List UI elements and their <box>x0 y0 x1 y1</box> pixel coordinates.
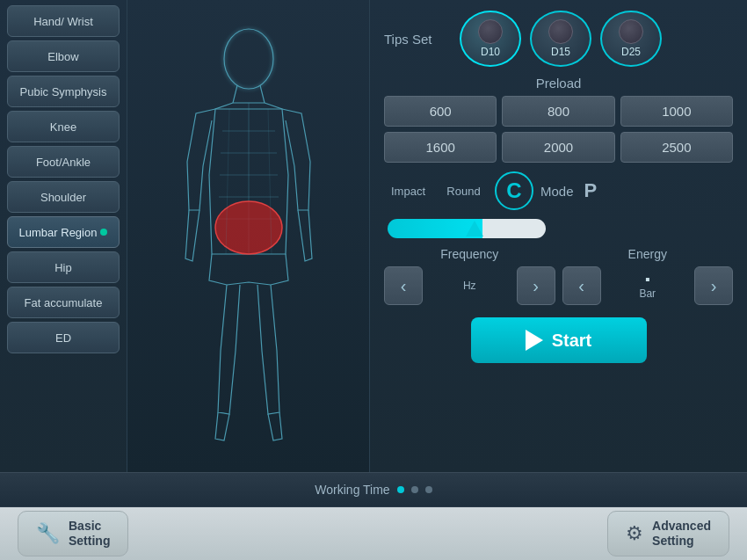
preload-section: Preload 600 800 1000 1600 2000 2500 <box>384 76 733 163</box>
tip-icon-d10 <box>478 19 503 44</box>
svg-line-1 <box>233 85 237 103</box>
working-time-dot-1 <box>397 486 404 493</box>
frequency-right-arrow-icon: › <box>533 276 539 296</box>
preload-grid: 600 800 1000 1600 2000 2500 <box>384 96 733 163</box>
tip-label-d10: D10 <box>481 46 500 58</box>
working-time-bar: Working Time <box>0 472 747 507</box>
start-row: Start <box>384 314 733 367</box>
sidebar-item-lumbar-region[interactable]: Lumbar Region <box>7 216 120 248</box>
sidebar-item-pubic-symphysis[interactable]: Pubic Symphysis <box>7 76 120 107</box>
energy-unit: Bar <box>639 287 656 300</box>
energy-controls: ‹ ▪ Bar › <box>562 266 734 305</box>
advanced-setting-button[interactable]: ⚙ Advanced Setting <box>607 511 729 556</box>
mode-c-button[interactable]: C <box>495 171 533 210</box>
frequency-left-arrow-icon: ‹ <box>401 276 407 296</box>
working-time-label: Working Time <box>315 483 389 497</box>
preload-800[interactable]: 800 <box>502 96 614 127</box>
advanced-setting-label: Advanced Setting <box>652 519 711 549</box>
mode-slider[interactable] <box>388 219 546 238</box>
frequency-decrease-button[interactable]: ‹ <box>384 266 423 305</box>
svg-point-0 <box>224 29 273 89</box>
body-area <box>127 0 369 472</box>
tip-btn-d15[interactable]: D15 <box>530 11 591 67</box>
frequency-section: Frequency ‹ Hz › <box>384 247 555 305</box>
sidebar-item-fat-accumulate[interactable]: Fat accumulate <box>7 287 120 318</box>
preload-2000[interactable]: 2000 <box>502 132 614 163</box>
energy-left-arrow-icon: ‹ <box>578 276 584 296</box>
tip-icon-d25 <box>619 19 643 44</box>
gear-icon: ⚙ <box>626 522 643 545</box>
mode-row: Impact Round C Mode P <box>384 171 733 210</box>
start-label: Start <box>552 331 592 351</box>
preload-1000[interactable]: 1000 <box>620 96 733 127</box>
main-content: Hand/ WristElbowPubic SymphysisKneeFoot/… <box>0 0 747 472</box>
tip-btn-d25[interactable]: D25 <box>600 11 662 67</box>
svg-line-2 <box>260 85 265 103</box>
tip-label-d15: D15 <box>551 46 570 58</box>
sidebar: Hand/ WristElbowPubic SymphysisKneeFoot/… <box>0 0 127 472</box>
preload-600[interactable]: 600 <box>384 96 497 127</box>
working-time-dot-3 <box>425 486 432 493</box>
start-triangle-icon <box>526 330 543 351</box>
bottom-bar: 🔧 Basic Setting ⚙ Advanced Setting <box>0 507 747 560</box>
start-button[interactable]: Start <box>471 317 647 363</box>
energy-label: Energy <box>562 247 734 261</box>
preload-label: Preload <box>384 76 733 91</box>
slider-row <box>384 219 733 238</box>
frequency-unit: Hz <box>463 280 476 292</box>
active-dot-indicator <box>100 229 107 236</box>
sidebar-item-elbow[interactable]: Elbow <box>7 40 120 72</box>
mode-c-icon: C <box>506 178 521 203</box>
right-panel: Tips Set D10 D15 D25 Preload <box>369 0 747 472</box>
sidebar-item-knee[interactable]: Knee <box>7 111 120 142</box>
freq-energy-row: Frequency ‹ Hz › Energy <box>384 247 733 305</box>
frequency-value-area: Hz <box>428 280 511 292</box>
mode-label: Mode <box>540 184 574 199</box>
wrench-icon: 🔧 <box>36 522 60 545</box>
energy-decrease-button[interactable]: ‹ <box>562 266 601 305</box>
energy-section: Energy ‹ ▪ Bar › <box>562 247 734 305</box>
tip-btn-d10[interactable]: D10 <box>460 11 521 67</box>
energy-value-area: ▪ Bar <box>606 272 690 300</box>
working-time-dot-2 <box>411 486 418 493</box>
tip-icon-d15 <box>548 19 573 44</box>
tip-label-d25: D25 <box>621 46 641 58</box>
preload-1600[interactable]: 1600 <box>384 132 497 163</box>
slider-thumb <box>466 221 483 236</box>
sidebar-item-foot-ankle[interactable]: Foot/Ankle <box>7 146 120 178</box>
basic-setting-label: Basic Setting <box>69 519 110 549</box>
mode-p-label: P <box>584 179 598 202</box>
sidebar-item-ed[interactable]: ED <box>7 322 120 353</box>
tips-set-row: Tips Set D10 D15 D25 <box>384 11 733 67</box>
frequency-label: Frequency <box>384 247 555 261</box>
energy-increase-button[interactable]: › <box>694 266 733 305</box>
tips-buttons: D10 D15 D25 <box>460 11 662 67</box>
preload-2500[interactable]: 2500 <box>620 132 733 163</box>
tips-set-label: Tips Set <box>384 32 446 47</box>
frequency-increase-button[interactable]: › <box>517 266 555 305</box>
impact-label: Impact <box>384 185 432 198</box>
frequency-controls: ‹ Hz › <box>384 266 555 305</box>
sidebar-item-hip[interactable]: Hip <box>7 251 120 283</box>
sidebar-item-hand--wrist[interactable]: Hand/ Wrist <box>7 5 120 37</box>
energy-right-arrow-icon: › <box>711 276 717 296</box>
round-label: Round <box>439 185 488 198</box>
sidebar-item-shoulder[interactable]: Shoulder <box>7 181 120 213</box>
human-body-svg <box>161 25 337 447</box>
basic-setting-button[interactable]: 🔧 Basic Setting <box>18 511 128 556</box>
energy-value: ▪ <box>645 272 650 287</box>
